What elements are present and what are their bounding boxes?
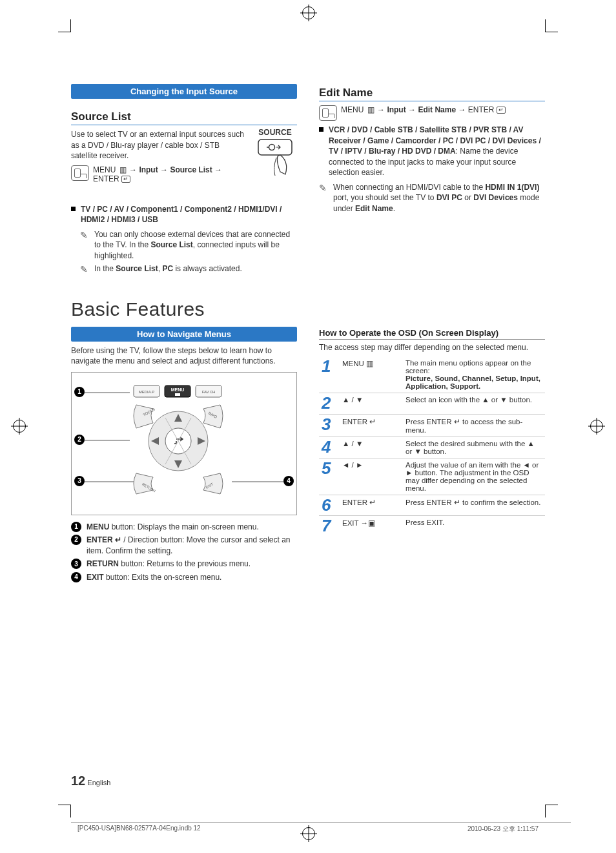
document-meta: [PC450-USA]BN68-02577A-04Eng.indb 12 201… [77, 825, 539, 834]
note-icon: ✎ [80, 263, 90, 276]
source-options: TV / PC / AV / Component1 / Component2 /… [81, 204, 297, 225]
crop-mark [58, 805, 71, 817]
callout-1: 1 [71, 522, 81, 532]
step-number: 3 [319, 414, 340, 437]
page-footer: 12 English [71, 774, 110, 788]
step-number: 5 [319, 458, 340, 495]
registration-mark-right [590, 420, 603, 433]
step-number: 1 [319, 356, 340, 393]
banner-changing-input-source: Changing the Input Source [71, 84, 297, 99]
step-control: MENU ▥ [340, 356, 403, 393]
step-control: ENTER ↵ [340, 495, 403, 515]
navigate-intro: Before using the TV, follow the steps be… [71, 345, 297, 367]
heading-edit-name: Edit Name [319, 87, 545, 101]
btn-menu: MENU [171, 387, 185, 392]
note-connected-devices: ✎ You can only choose external devices t… [80, 229, 297, 262]
source-options-row: TV / PC / AV / Component1 / Component2 /… [71, 204, 297, 225]
heading-source-list: Source List [71, 110, 297, 125]
osd-step-row: 7 EXIT →▣ Press EXIT. [319, 516, 545, 537]
crop-mark [545, 19, 558, 32]
button-desc-row: 3 RETURN button: Returns to the previous… [71, 559, 297, 570]
source-button-icon [257, 138, 293, 180]
svg-rect-9 [175, 393, 180, 396]
crop-mark [545, 805, 558, 817]
note-icon: ✎ [80, 229, 90, 262]
button-desc-row: 2 ENTER ↵ / Direction button: Move the c… [71, 535, 297, 556]
registration-mark-left [13, 420, 26, 433]
crop-mark [58, 19, 71, 32]
osd-step-row: 5 ◄ / ► Adjust the value of an item with… [319, 458, 545, 495]
page-language: English [87, 779, 110, 786]
osd-step-row: 1 MENU ▥ The main menu options appear on… [319, 356, 545, 393]
button-desc-row: 4 EXIT button: Exits the on-screen menu. [71, 572, 297, 583]
heading-basic-features: Basic Features [71, 298, 545, 320]
edit-name-options-row: VCR / DVD / Cable STB / Satellite STB / … [319, 125, 545, 178]
callout-1: 1 [74, 387, 85, 397]
step-control: ◄ / ► [340, 458, 403, 495]
menu-path-text: MENU ▥ → Input → Source List → ENTER ↵ [93, 165, 247, 183]
osd-steps-table: 1 MENU ▥ The main menu options appear on… [319, 356, 545, 536]
source-button-illustration: SOURCE [253, 128, 297, 181]
remote-icon [319, 105, 337, 121]
osd-step-row: 3 ENTER ↵ Press ENTER ↵ to access the su… [319, 414, 545, 437]
callout-3: 3 [71, 559, 81, 569]
heading-how-to-operate-osd: How to Operate the OSD (On Screen Displa… [319, 328, 545, 340]
step-control: ▲ / ▼ [340, 437, 403, 458]
remote-icon [71, 165, 89, 181]
note-pc-activated: ✎ In the Source List, PC is always activ… [80, 263, 297, 276]
step-desc: Press ENTER ↵ to confirm the selection. [403, 495, 545, 515]
step-number: 6 [319, 495, 340, 515]
doc-filename: [PC450-USA]BN68-02577A-04Eng.indb 12 [77, 825, 201, 834]
note-icon: ✎ [319, 182, 329, 214]
step-desc: The main menu options appear on the scre… [403, 356, 545, 393]
osd-step-row: 6 ENTER ↵ Press ENTER ↵ to confirm the s… [319, 495, 545, 515]
banner-how-to-navigate: How to Navigate Menus [71, 327, 297, 342]
step-desc: Press EXIT. [403, 516, 545, 537]
button-descriptions: 1 MENU button: Displays the main on-scre… [71, 522, 297, 583]
step-desc: Press ENTER ↵ to access the sub-menu. [403, 414, 545, 437]
callout-4: 4 [71, 572, 81, 582]
doc-timestamp: 2010-06-23 오후 1:11:57 [467, 825, 539, 834]
bullet-icon [71, 207, 76, 211]
step-desc: Select the desired submenu with the ▲ or… [403, 437, 545, 458]
osd-intro: The access step may differ depending on … [319, 342, 545, 353]
source-button-label: SOURCE [253, 128, 297, 137]
btn-favch: FAV.CH [202, 390, 216, 394]
footer-separator [71, 822, 571, 823]
osd-step-row: 2 ▲ / ▼ Select an icon with the ▲ or ▼ b… [319, 393, 545, 414]
step-desc: Adjust the value of an item with the ◄ o… [403, 458, 545, 495]
page-number: 12 [71, 774, 85, 788]
callout-3: 3 [74, 476, 85, 486]
note-hdmi-dvi: ✎ When connecting an HDMI/DVI cable to t… [319, 182, 545, 214]
btn-mediap: MEDIA.P [139, 390, 155, 394]
registration-mark-top [302, 6, 315, 19]
remote-diagram: 1 2 3 4 MEDIA.P MENU [71, 372, 297, 515]
step-desc: Select an icon with the ▲ or ▼ button. [403, 393, 545, 414]
bullet-icon [319, 127, 323, 132]
callout-2: 2 [71, 535, 81, 545]
edit-name-menu-path: MENU ▥ → Input → Edit Name → ENTER ↵ [319, 105, 545, 121]
step-control: ENTER ↵ [340, 414, 403, 437]
callout-4: 4 [283, 476, 294, 486]
menu-path-text: MENU ▥ → Input → Edit Name → ENTER ↵ [341, 105, 506, 114]
callout-2: 2 [74, 435, 85, 445]
step-control: ▲ / ▼ [340, 393, 403, 414]
step-number: 7 [319, 516, 340, 537]
step-number: 2 [319, 393, 340, 414]
osd-step-row: 4 ▲ / ▼ Select the desired submenu with … [319, 437, 545, 458]
remote-inner: MEDIA.P MENU FAV.CH TOOLS INFO [130, 376, 233, 498]
step-control: EXIT →▣ [340, 516, 403, 537]
step-number: 4 [319, 437, 340, 458]
source-list-menu-path: MENU ▥ → Input → Source List → ENTER ↵ [71, 165, 247, 183]
button-desc-row: 1 MENU button: Displays the main on-scre… [71, 522, 297, 533]
